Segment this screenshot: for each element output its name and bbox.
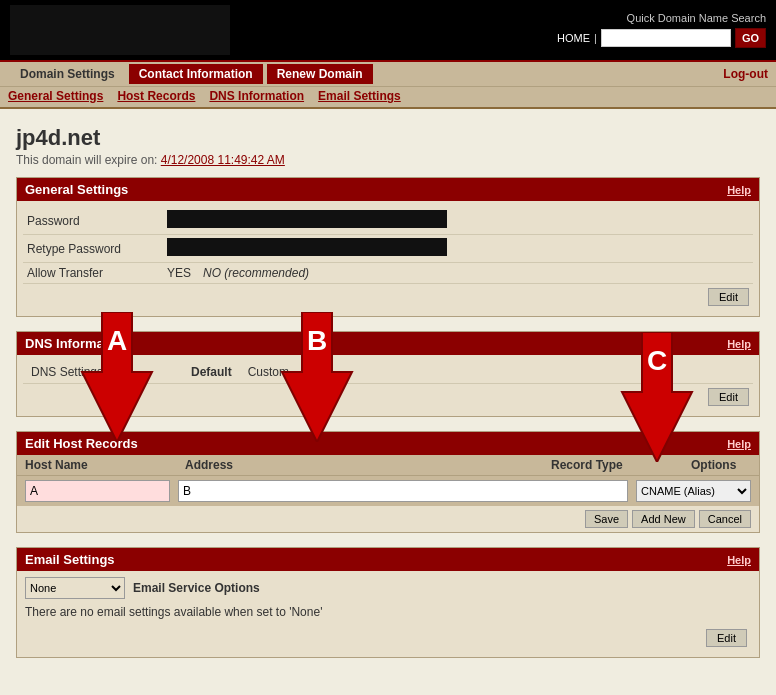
email-settings-section: Email Settings Help None Email Service O…: [16, 547, 760, 658]
main-content: jp4d.net This domain will expire on: 4/1…: [0, 109, 776, 682]
subnav-general-settings[interactable]: General Settings: [8, 89, 103, 103]
col-recordtype-header: Record Type: [551, 458, 691, 472]
nav-tabs: Domain Settings Contact Information Rene…: [0, 60, 776, 87]
add-new-button[interactable]: Add New: [632, 510, 695, 528]
home-link[interactable]: HOME: [557, 32, 590, 44]
quick-search-row: HOME | GO: [557, 28, 766, 48]
save-button[interactable]: Save: [585, 510, 628, 528]
expire-text: This domain will expire on:: [16, 153, 157, 167]
retype-password-block: [167, 238, 447, 256]
logout-link[interactable]: Log-out: [723, 67, 768, 81]
password-value: [167, 210, 749, 231]
domain-title: jp4d.net: [16, 125, 760, 151]
go-button[interactable]: GO: [735, 28, 766, 48]
password-block: [167, 210, 447, 228]
dns-edit-button[interactable]: Edit: [708, 388, 749, 406]
dns-settings-label: DNS Settings: [31, 365, 191, 379]
tab-domain-settings[interactable]: Domain Settings: [8, 62, 127, 86]
record-type-select[interactable]: CNAME (Alias) A MX TXT: [636, 480, 751, 502]
transfer-options: YES NO (recommended): [167, 266, 749, 280]
host-records-help[interactable]: Help: [727, 438, 751, 450]
tab-contact-information[interactable]: Contact Information: [129, 64, 263, 84]
dns-custom-option[interactable]: Custom: [248, 365, 289, 379]
email-service-label: Email Service Options: [133, 581, 260, 595]
email-edit-button[interactable]: Edit: [706, 629, 747, 647]
retype-password-value: [167, 238, 749, 259]
transfer-no: NO (recommended): [203, 266, 309, 280]
cancel-button[interactable]: Cancel: [699, 510, 751, 528]
pipe: |: [594, 32, 597, 44]
dns-body: DNS Settings Default Custom Edit: [17, 355, 759, 416]
footer: Terms and conditions: [0, 682, 776, 695]
dns-help[interactable]: Help: [727, 338, 751, 350]
quick-search-label: Quick Domain Name Search: [627, 12, 766, 24]
general-settings-edit-button[interactable]: Edit: [708, 288, 749, 306]
email-no-settings: There are no email settings available wh…: [25, 605, 751, 619]
password-label: Password: [27, 214, 167, 228]
general-settings-help[interactable]: Help: [727, 184, 751, 196]
general-settings-edit-row: Edit: [23, 284, 753, 310]
sub-nav: General Settings Host Records DNS Inform…: [0, 87, 776, 109]
email-settings-header: Email Settings Help: [17, 548, 759, 571]
col-address-header: Address: [185, 458, 551, 472]
subnav-dns-information[interactable]: DNS Information: [209, 89, 304, 103]
host-input-row: CNAME (Alias) A MX TXT: [17, 476, 759, 506]
retype-password-label: Retype Password: [27, 242, 167, 256]
email-edit-row: Edit: [25, 625, 751, 651]
header: Quick Domain Name Search HOME | GO: [0, 0, 776, 60]
header-right: Quick Domain Name Search HOME | GO: [557, 12, 766, 48]
dns-settings-row: DNS Settings Default Custom: [23, 361, 753, 384]
expire-date[interactable]: 4/12/2008 11:49:42 AM: [161, 153, 285, 167]
domain-expire: This domain will expire on: 4/12/2008 11…: [16, 153, 760, 167]
email-settings-help[interactable]: Help: [727, 554, 751, 566]
search-input[interactable]: [601, 29, 731, 47]
host-records-section: A B C Edit Host Records Help Host Name A…: [16, 431, 760, 533]
password-row: Password: [23, 207, 753, 235]
transfer-yes: YES: [167, 266, 191, 280]
col-options-header: Options: [691, 458, 751, 472]
general-settings-body: Password Retype Password Allow Transfer …: [17, 201, 759, 316]
col-hostname-header: Host Name: [25, 458, 185, 472]
tab-renew-domain[interactable]: Renew Domain: [267, 64, 373, 84]
logo: [10, 5, 230, 55]
email-service-row: None Email Service Options: [25, 577, 751, 599]
email-settings-body: None Email Service Options There are no …: [17, 571, 759, 657]
dns-section: DNS Information Help DNS Settings Defaul…: [16, 331, 760, 417]
host-col-headers: Host Name Address Record Type Options: [17, 455, 759, 476]
host-records-body: Host Name Address Record Type Options CN…: [17, 455, 759, 532]
host-records-header: Edit Host Records Help: [17, 432, 759, 455]
host-address-input[interactable]: [178, 480, 628, 502]
subnav-host-records[interactable]: Host Records: [117, 89, 195, 103]
nav-tabs-left: Domain Settings Contact Information Rene…: [8, 62, 375, 86]
allow-transfer-row: Allow Transfer YES NO (recommended): [23, 263, 753, 284]
subnav-email-settings[interactable]: Email Settings: [318, 89, 401, 103]
general-settings-header: General Settings Help: [17, 178, 759, 201]
host-name-input[interactable]: [25, 480, 170, 502]
dns-title: DNS Information: [25, 336, 128, 351]
dns-header: DNS Information Help: [17, 332, 759, 355]
email-settings-title: Email Settings: [25, 552, 115, 567]
dns-edit-row: Edit: [23, 384, 753, 410]
email-service-select[interactable]: None: [25, 577, 125, 599]
host-actions: Save Add New Cancel: [17, 506, 759, 532]
allow-transfer-label: Allow Transfer: [27, 266, 167, 280]
general-settings-section: General Settings Help Password Retype Pa…: [16, 177, 760, 317]
host-records-title: Edit Host Records: [25, 436, 138, 451]
retype-password-row: Retype Password: [23, 235, 753, 263]
dns-default-option[interactable]: Default: [191, 365, 232, 379]
general-settings-title: General Settings: [25, 182, 128, 197]
